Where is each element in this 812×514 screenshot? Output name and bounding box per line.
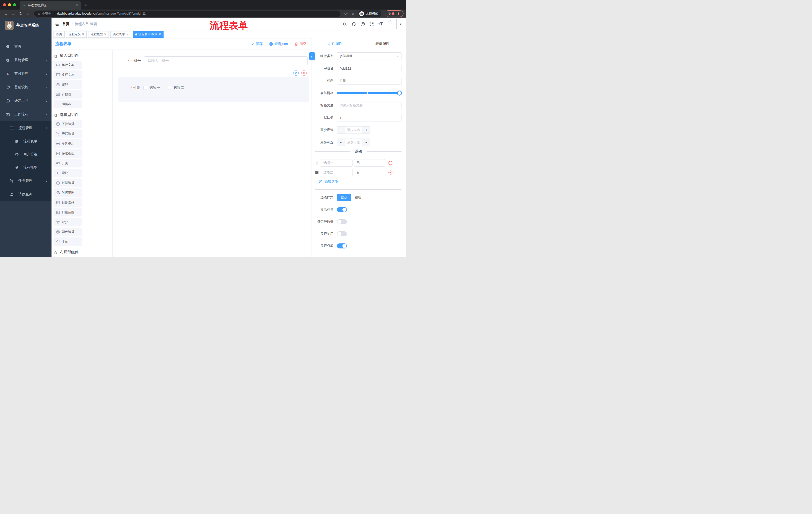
checkbox-icon[interactable]	[143, 86, 147, 90]
sidebar-item-支付管理[interactable]: ¥ 支付管理 ∨	[0, 67, 52, 80]
palette-item-颜色选择[interactable]: 颜色选择	[54, 227, 82, 236]
link-icon[interactable]	[309, 52, 315, 60]
sidebar-item-系统管理[interactable]: 系统管理 ∨	[0, 53, 52, 67]
tag-流程表单[interactable]: 流程表单 ✕	[110, 31, 131, 38]
key-icon[interactable]	[344, 12, 348, 16]
sidebar-item-流程管理[interactable]: 流程管理 ∧	[0, 121, 52, 135]
sidebar-item-流程表单[interactable]: 流程表单	[0, 135, 52, 148]
sidebar-item-基础设施[interactable]: 基础设施 ∨	[0, 80, 52, 94]
gender-option-选项一[interactable]: 选项一	[143, 85, 160, 90]
sidebar-item-首页[interactable]: 首页	[0, 40, 52, 53]
label-width-input[interactable]: 请输入标签宽度	[337, 102, 402, 109]
checkbox-icon[interactable]	[168, 86, 171, 90]
palette-item-滑块[interactable]: 滑块	[54, 169, 82, 177]
tag-close-icon[interactable]: ✕	[159, 33, 161, 36]
tab-component-props[interactable]: 组件属性	[312, 38, 359, 49]
minus-button[interactable]: −	[337, 127, 344, 134]
fullscreen-icon[interactable]	[370, 22, 374, 26]
sidebar-logo[interactable]: 芋道管理系统	[0, 18, 52, 33]
collapse-sidebar-icon[interactable]	[55, 22, 59, 26]
component-type-select[interactable]: 多选框组 ∨	[337, 52, 402, 60]
save-button[interactable]: ✓ 保存	[252, 42, 263, 46]
home-icon[interactable]: ⌂	[25, 11, 32, 16]
sidebar-item-用户分组[interactable]: 用户分组	[0, 148, 52, 161]
palette-item-日期范围[interactable]: 日期范围	[54, 208, 82, 217]
palette-item-日期选择[interactable]: 日期选择	[54, 198, 82, 207]
toggle-switch[interactable]	[337, 243, 347, 248]
canvas-field-gender-selected[interactable]: 性别 选项一选项二	[118, 77, 309, 102]
avatar-dropdown-icon[interactable]: ▼	[399, 23, 402, 26]
drag-handle-icon[interactable]	[315, 161, 319, 165]
palette-item-时间选择[interactable]: 时间选择	[54, 179, 82, 187]
palette-item-单行文本[interactable]: 单行文本	[54, 61, 82, 69]
delete-component-button[interactable]	[301, 70, 307, 76]
toggle-switch[interactable]	[337, 207, 347, 212]
option-style-default[interactable]: 默认	[337, 194, 351, 201]
palette-item-编辑器[interactable]: 编辑器	[54, 100, 82, 108]
minimize-window-button[interactable]	[8, 3, 11, 6]
bookmark-star-icon[interactable]: ☆	[351, 12, 354, 16]
font-size-icon[interactable]: TT	[378, 22, 383, 27]
plus-button[interactable]: +	[362, 127, 370, 134]
breadcrumb-home[interactable]: 首页	[62, 22, 69, 26]
slider-handle[interactable]	[397, 90, 402, 96]
maximize-window-button[interactable]	[13, 3, 16, 6]
palette-item-单选框组[interactable]: 单选框组	[54, 139, 82, 148]
browser-tab[interactable]: 芋道管理系统 ✕	[20, 1, 81, 9]
tag-close-icon[interactable]: ✕	[104, 33, 106, 36]
sidebar-item-任务管理[interactable]: 任务管理 ∨	[0, 174, 52, 188]
url-text[interactable]: dashboard.yudao.iocoder.cn/bpm/manager/f…	[57, 12, 145, 15]
option-value-input[interactable]: 男	[354, 159, 385, 167]
palette-item-开关[interactable]: 开关	[54, 159, 82, 167]
remove-option-button[interactable]	[388, 161, 393, 165]
palette-item-上传[interactable]: 上传	[54, 237, 82, 246]
tag-流程定义[interactable]: 流程定义 ✕	[66, 31, 87, 38]
tag-首页[interactable]: 首页	[54, 31, 64, 38]
github-icon[interactable]	[351, 22, 356, 26]
form-canvas[interactable]: 手机号 请输入手机号	[113, 50, 312, 257]
palette-item-计数器[interactable]: 123计数器	[54, 90, 82, 99]
window-controls[interactable]	[0, 3, 20, 9]
palette-item-密码[interactable]: 密码	[54, 80, 82, 89]
gender-option-选项二[interactable]: 选项二	[168, 85, 184, 90]
avatar[interactable]	[387, 19, 397, 29]
help-icon[interactable]	[360, 22, 365, 26]
sidebar-item-研发工具[interactable]: 研发工具 ∨	[0, 94, 52, 108]
tag-流程表单-编辑[interactable]: 流程表单-编辑 ✕	[133, 31, 164, 38]
palette-item-级联选择[interactable]: 级联选择	[54, 130, 82, 138]
max-select-stepper[interactable]: − 最多可选 +	[337, 139, 370, 146]
option-name-input[interactable]: 选项一	[321, 159, 352, 167]
option-name-input[interactable]: 选项二	[321, 169, 352, 176]
copy-component-button[interactable]	[293, 70, 299, 76]
palette-item-多行文本[interactable]: 多行文本	[54, 71, 82, 79]
tab-form-props[interactable]: 表单属性	[359, 38, 406, 49]
browser-menu-icon[interactable]: ⋮	[397, 12, 400, 16]
address-bar[interactable]: ⚠ 不安全 dashboard.yudao.iocoder.cn/bpm/man…	[34, 10, 341, 17]
option-style-button[interactable]: 按钮	[351, 194, 365, 201]
tag-close-icon[interactable]: ✕	[126, 33, 128, 36]
palette-item-评分[interactable]: 评分	[54, 218, 82, 226]
palette-item-多选框组[interactable]: 多选框组	[54, 149, 82, 158]
view-json-button[interactable]: 查看json	[269, 42, 288, 46]
palette-item-下拉选择[interactable]: 下拉选择	[54, 120, 82, 128]
plus-button[interactable]: +	[362, 139, 370, 146]
palette-item-时间范围[interactable]: 时间范围	[54, 188, 82, 197]
close-window-button[interactable]	[3, 3, 6, 6]
tag-流程模型[interactable]: 流程模型 ✕	[88, 31, 109, 38]
new-tab-button[interactable]: +	[81, 2, 91, 9]
reload-icon[interactable]: ↻	[18, 11, 24, 16]
search-icon[interactable]	[343, 22, 347, 26]
back-icon[interactable]: ←	[2, 11, 9, 16]
browser-update-button[interactable]: 更新 ⋮	[385, 10, 404, 17]
toggle-switch[interactable]	[337, 219, 347, 224]
title-input[interactable]: 性别	[337, 77, 402, 84]
canvas-field-phone[interactable]: 手机号 请输入手机号	[115, 56, 308, 65]
tag-close-icon[interactable]: ✕	[82, 33, 84, 36]
default-value-input[interactable]: 1	[337, 114, 402, 121]
drag-handle-icon[interactable]	[315, 170, 319, 174]
min-select-stepper[interactable]: − 至少应选 +	[337, 126, 370, 134]
field-name-input[interactable]: field122	[337, 64, 402, 72]
toggle-switch[interactable]	[337, 231, 347, 236]
phone-input[interactable]: 请输入手机号	[144, 56, 308, 65]
clear-button[interactable]: 清空	[294, 42, 307, 46]
